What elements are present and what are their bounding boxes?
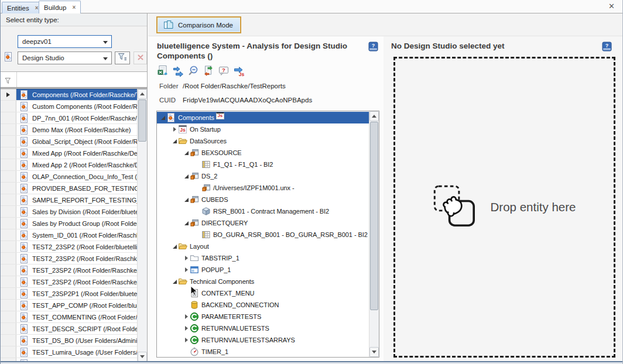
row-selector-cell[interactable] xyxy=(0,346,16,358)
scroll-up-button[interactable] xyxy=(138,89,147,99)
entity-list-item[interactable]: TEST2_23SP2 (/Root Folder/Raschke, xyxy=(0,253,138,265)
entity-list-item[interactable]: Mixed App 2 (/Root Folder/Raschke/D xyxy=(0,159,138,171)
row-selector-cell[interactable] xyxy=(0,112,16,123)
drop-zone[interactable]: Drop entity here xyxy=(393,57,615,358)
entity-list-item[interactable]: Components (/Root Folder/Raschke/T xyxy=(0,89,138,101)
scroll-down-button[interactable] xyxy=(369,347,379,357)
tree-item-popup-1[interactable]: POPUP_1 xyxy=(157,264,369,276)
row-selector-cell[interactable] xyxy=(0,323,16,334)
entity-list-item[interactable]: TEST_23SP2 (/Root Folder/Raschke/D xyxy=(0,265,138,276)
transfer-arrows-icon[interactable] xyxy=(172,65,184,77)
entity-list-item[interactable]: Custom Components (/Root Folder/Ra xyxy=(0,101,138,112)
row-selector-cell[interactable] xyxy=(0,147,16,159)
chevron-down-icon[interactable] xyxy=(103,41,108,44)
tab-entities[interactable]: Entities × xyxy=(2,2,44,13)
entity-list-item[interactable]: DP_7nn_001 (/Root Folder/Raschke/T xyxy=(0,112,138,124)
row-selector-cell[interactable] xyxy=(0,206,16,217)
tree-item-bo-gura-rsr-b001-bo-gura-rsr-b[interactable]: BO_GURA_RSR_B001 - BO_GURA_RSR_B001 - BI… xyxy=(157,229,369,241)
export-js-icon[interactable]: Js xyxy=(233,65,245,77)
tree-expander-open-icon[interactable] xyxy=(183,151,190,155)
tree-item-cubeds[interactable]: CUBEDS xyxy=(157,194,369,205)
help-icon[interactable]: ? xyxy=(602,42,612,51)
scroll-down-button[interactable] xyxy=(138,352,147,362)
grid-filter-row[interactable] xyxy=(0,72,147,87)
tree-item-tabstrip-1[interactable]: TABSTRIP_1 xyxy=(157,252,369,264)
tree-item-backend-connection[interactable]: BACKEND_CONNECTION xyxy=(157,299,369,311)
tab-close-icon[interactable]: × xyxy=(72,4,76,11)
tree-expander-closed-icon[interactable] xyxy=(183,314,190,319)
tree-expander-closed-icon[interactable] xyxy=(183,256,190,260)
tree-expander-open-icon[interactable] xyxy=(183,198,190,202)
tree-scrollbar[interactable] xyxy=(369,111,379,357)
row-selector-cell[interactable] xyxy=(0,194,16,205)
row-selector-cell[interactable] xyxy=(0,288,16,299)
tab-buildup[interactable]: Buildup × xyxy=(39,1,81,13)
tree-item-ds-2[interactable]: DS_2 xyxy=(157,170,369,182)
tree-item-bexsource[interactable]: BEXSOURCE xyxy=(157,147,369,159)
tab-close-icon[interactable]: × xyxy=(35,5,39,11)
row-selector-cell[interactable] xyxy=(0,136,16,147)
entity-list-item[interactable]: System_ID_001 (/Root Folder/Raschk xyxy=(0,229,138,241)
row-selector-cell[interactable] xyxy=(0,101,16,112)
tree-item-parametertests[interactable]: PARAMETERTESTS xyxy=(157,311,369,322)
row-selector-cell[interactable] xyxy=(0,159,16,170)
row-selector-cell[interactable] xyxy=(0,124,16,135)
tree-expander-closed-icon[interactable] xyxy=(171,127,178,132)
tree-expander-open-icon[interactable] xyxy=(183,174,190,178)
tree-expander-closed-icon[interactable] xyxy=(183,267,190,272)
row-selector-cell[interactable] xyxy=(0,311,16,322)
row-selector-cell[interactable] xyxy=(0,276,16,287)
tree-item-components[interactable]: ComponentsJs xyxy=(157,112,369,123)
tree-item-timer-1[interactable]: TIMER_1 xyxy=(157,346,369,357)
entity-list-item[interactable]: TEST_COMMENTING (/Root Folder/bl xyxy=(0,311,138,323)
row-selector-cell[interactable] xyxy=(0,229,16,241)
tree-expander-open-icon[interactable] xyxy=(171,280,178,284)
tree-item--universes-izpf1m001-unx-[interactable]: /Universes/IZPF1M001.unx - xyxy=(157,182,369,194)
tree-expander-closed-icon[interactable] xyxy=(183,326,190,331)
entity-list-item[interactable]: TEST_23SP2P1 (/Root Folder/bluetelli xyxy=(0,288,138,300)
row-selector-cell[interactable] xyxy=(0,241,16,252)
entity-list-item[interactable]: Sales by Division (/Root Folder/bluete xyxy=(0,206,138,218)
help-icon[interactable]: ? xyxy=(368,42,378,51)
scrollbar-thumb[interactable] xyxy=(138,99,146,142)
tree-expander-open-icon[interactable] xyxy=(159,116,166,120)
tree-item-on-startup[interactable]: JsOn Startup xyxy=(157,123,369,135)
tree-item-context-menu[interactable]: CONTEXT_MENU xyxy=(157,287,369,299)
tree-item-returnvaluetests[interactable]: RETURNVALUETESTS xyxy=(157,322,369,334)
scroll-up-button[interactable] xyxy=(369,111,379,121)
entity-type-combobox[interactable]: Design Studio xyxy=(18,51,112,64)
entity-list-item[interactable]: Sales by Product Group (/Root Folder xyxy=(0,218,138,229)
entity-list-item[interactable]: OLAP_Connection_Docu_Info_Test (/ xyxy=(0,171,138,183)
row-selector-cell[interactable] xyxy=(0,89,16,100)
export-excel-icon[interactable] xyxy=(157,65,169,77)
row-selector-cell[interactable] xyxy=(0,171,16,182)
panel-close-icon[interactable]: ✕ xyxy=(608,2,615,11)
tree-item-datasources[interactable]: DataSources xyxy=(157,135,369,147)
comment-question-icon[interactable]: ? xyxy=(218,65,230,77)
tree-expander-open-icon[interactable] xyxy=(171,245,178,249)
entity-list-item[interactable]: Mixed App (/Root Folder/Raschke/De xyxy=(0,147,138,159)
tree-item-layout[interactable]: Layout xyxy=(157,241,369,252)
comparison-mode-button[interactable]: Comparison Mode xyxy=(156,16,241,33)
entity-list-item[interactable]: TEST2_23SP2 (/Root Folder/bluetellig xyxy=(0,241,138,253)
row-selector-cell[interactable] xyxy=(0,265,16,276)
entity-list-scrollbar[interactable] xyxy=(137,89,147,362)
tree-item-technical-components[interactable]: Technical Components xyxy=(157,276,369,287)
entity-list-item[interactable]: SAMPLE_REPORT_FOR_TESTING_M ( xyxy=(0,194,138,206)
tree-item-returnvaluetestsarrays[interactable]: RETURNVALUETESTSARRAYS xyxy=(157,334,369,346)
zoom-out-icon[interactable] xyxy=(187,65,200,77)
entity-list-item[interactable]: TEST_APP_COMP (/Root Folder/bluet xyxy=(0,300,138,311)
entity-list-item[interactable]: TEST_23SP2 (/Root Folder/Raschke/L xyxy=(0,276,138,288)
entity-list-item[interactable]: Demo Max (/Root Folder/Raschke) xyxy=(0,124,138,136)
system-combobox[interactable]: deepzv01 xyxy=(18,35,112,48)
row-selector-cell[interactable] xyxy=(0,300,16,311)
entity-list-item[interactable]: TEST_Lumira_Usage (/User Folders/A xyxy=(0,346,138,358)
tree-expander-open-icon[interactable] xyxy=(183,221,190,225)
row-selector-cell[interactable] xyxy=(0,335,16,346)
tree-item-directquery[interactable]: DIRECTQUERY xyxy=(157,217,369,229)
tree-item-f1-q1-f1-q1-bi2[interactable]: F1_Q1 - F1_Q1 - BI2 xyxy=(157,159,369,170)
entity-list-item[interactable]: PROVIDER_BASED_FOR_TESTING (/F xyxy=(0,183,138,194)
row-selector-cell[interactable] xyxy=(0,183,16,194)
tree-expander-closed-icon[interactable] xyxy=(183,338,190,342)
row-selector-cell[interactable] xyxy=(0,218,16,229)
